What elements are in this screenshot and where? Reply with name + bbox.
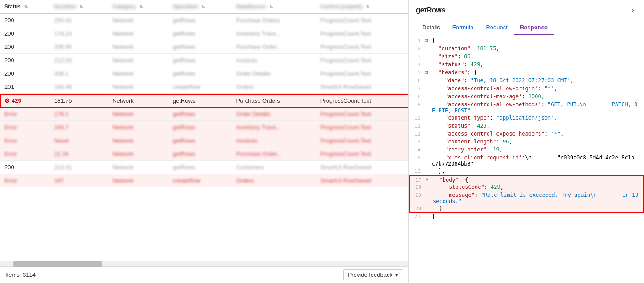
response-content[interactable]: 1⊟{2 "duration": 181.75,3 "size": 86,4 "…	[409, 35, 644, 283]
line-number: 13	[409, 139, 425, 145]
right-panel: getRows › Details Formula Request Respon…	[409, 0, 644, 283]
sort-icon-controlprop: ⇅	[366, 4, 369, 9]
network-table: Status ⇅ Duration ⇅ Category ⇅ Operation…	[0, 0, 408, 187]
line-content: "status": 429,	[432, 123, 644, 129]
line-content: "access-control-allow-origin": "*",	[432, 85, 644, 92]
duration-cell: 178.1	[50, 108, 108, 121]
col-controlprop[interactable]: Control property ⇅	[316, 0, 408, 14]
code-line: 10 "content-type": "application/json",	[409, 114, 644, 122]
control-property-cell: ProgressCount.Text	[316, 147, 408, 161]
code-line: 2 "duration": 181.75,	[409, 45, 644, 53]
control-property-cell: ProgressCount.Text	[316, 121, 408, 134]
code-line: 13 "content-length": 96,	[409, 138, 644, 146]
line-content: "access-control-expose-headers": "*",	[432, 131, 644, 137]
horizontal-scrollbar[interactable]	[0, 261, 408, 266]
status-cell: Error	[0, 108, 50, 121]
table-row[interactable]: 200250.41NetworkgetRowsPurchase OrdersPr…	[0, 14, 408, 27]
line-number: 8	[409, 93, 425, 100]
col-operation[interactable]: Operation ⇅	[168, 0, 232, 14]
line-number: 4	[409, 61, 425, 68]
category-cell: Network	[108, 121, 168, 134]
col-duration[interactable]: Duration ⇅	[50, 0, 108, 14]
category-cell: Network	[108, 147, 168, 161]
expand-icon[interactable]: ⊟	[425, 37, 432, 43]
col-status[interactable]: Status ⇅	[0, 0, 50, 14]
table-row[interactable]: 201160.48NetworkcreateRowOrdersSmartUI.R…	[0, 80, 408, 94]
expand-icon[interactable]: ⊟	[426, 177, 433, 183]
line-content: "size": 86,	[432, 53, 644, 60]
tab-request[interactable]: Request	[480, 20, 513, 35]
status-cell: Error	[0, 121, 50, 134]
code-line: 21}	[409, 213, 644, 221]
line-content: "body": {	[433, 177, 643, 183]
operation-cell: getRows	[168, 121, 232, 134]
code-line: 9 "access-control-allow-methods": "GET, …	[409, 101, 644, 114]
expand-icon[interactable]: ⊟	[425, 69, 432, 75]
table-wrapper[interactable]: Status ⇅ Duration ⇅ Category ⇅ Operation…	[0, 0, 408, 261]
code-line: 19 "message": "Rate limit is exceeded. T…	[409, 191, 644, 205]
line-number: 6	[409, 77, 425, 84]
control-property-cell: ProgressCount.Text	[316, 134, 408, 147]
line-content: "date": "Tue, 18 Oct 2022 07:27:03 GMT",	[432, 77, 644, 84]
line-number: 12	[409, 131, 425, 137]
category-cell: Network	[108, 108, 168, 121]
datasource-cell: Purchase Orders	[232, 14, 316, 27]
control-property-cell: ProgressCount.Text	[316, 54, 408, 67]
line-content: },	[432, 168, 644, 174]
right-panel-close-button[interactable]: ›	[629, 4, 637, 16]
datasource-cell: Purchase Order...	[232, 147, 316, 161]
items-count: Items: 3114	[5, 271, 36, 278]
operation-cell: getRows	[168, 134, 232, 147]
table-row[interactable]: Error194.7NetworkgetRowsInventory Trans.…	[0, 121, 408, 134]
category-cell: Network	[108, 54, 168, 67]
provide-feedback-button[interactable]: Provide feedback ▾	[343, 269, 403, 280]
tab-response[interactable]: Response	[514, 20, 554, 35]
footer-bar: Items: 3114 Provide feedback ▾	[0, 266, 408, 283]
datasource-cell: Order Details	[232, 108, 316, 121]
category-cell: Network	[108, 14, 168, 27]
col-category[interactable]: Category ⇅	[108, 0, 168, 14]
line-content: "status": 429,	[432, 61, 644, 68]
datasource-cell: Order Details	[232, 67, 316, 80]
datasource-cell: Purchase Orders	[232, 94, 316, 108]
duration-cell: 160.48	[50, 80, 108, 94]
table-row[interactable]: Error21.34NetworkgetRowsPurchase Order..…	[0, 147, 408, 161]
right-panel-title: getRows	[416, 6, 446, 14]
line-content: "content-length": 96,	[432, 139, 644, 145]
table-row[interactable]: 200205.95NetworkgetRowsPurchase Order...…	[0, 40, 408, 54]
tab-formula[interactable]: Formula	[446, 20, 480, 35]
sort-icon-duration: ⇅	[79, 4, 83, 9]
duration-cell: 205.95	[50, 40, 108, 54]
scrollbar-thumb[interactable]	[13, 261, 102, 267]
table-row[interactable]: 200208.1NetworkgetRowsOrder DetailsProgr…	[0, 67, 408, 80]
col-datasource[interactable]: DataSource ⇅	[232, 0, 316, 14]
table-row[interactable]: ErrorNexelNetworkgetRowsInvoicesProgress…	[0, 134, 408, 147]
table-row[interactable]: 200174.23NetworkgetRowsInventory Trans..…	[0, 27, 408, 40]
line-content: "message": "Rate limit is exceeded. Try …	[433, 192, 643, 204]
datasource-cell: Orders	[232, 174, 316, 187]
operation-cell: createRow	[168, 80, 232, 94]
category-cell: Network	[108, 27, 168, 40]
table-row[interactable]: 200212.03NetworkgetRowsInvoicesProgressC…	[0, 54, 408, 67]
main-container: Status ⇅ Duration ⇅ Category ⇅ Operation…	[0, 0, 644, 283]
status-cell: Error	[0, 134, 50, 147]
table-row[interactable]: Error178.1NetworkgetRowsOrder DetailsPro…	[0, 108, 408, 121]
category-cell: Network	[108, 67, 168, 80]
status-cell: 200	[0, 27, 50, 40]
line-number: 15	[409, 155, 425, 161]
status-cell: 200	[0, 54, 50, 67]
table-row[interactable]: 200213.41NetworkgetRowsCustomersSmartUI.…	[0, 161, 408, 174]
error-icon: ⊗	[4, 97, 10, 104]
line-number: 5	[409, 69, 425, 76]
table-row[interactable]: Error197NetworkcreateRowOrdersSmartUI.Ro…	[0, 174, 408, 187]
line-content: "x-ms-client-request-id":\n "c039a0c8-5d…	[432, 155, 644, 167]
control-property-cell: ProgressCount.Text	[316, 14, 408, 27]
status-cell: Error	[0, 174, 50, 187]
duration-cell: 213.41	[50, 161, 108, 174]
code-line: 8 "access-control-max-age": 1000,	[409, 93, 644, 101]
datasource-cell: Customers	[232, 161, 316, 174]
operation-cell: getRows	[168, 147, 232, 161]
category-cell: Network	[108, 80, 168, 94]
table-row[interactable]: ⊗ 429181.75NetworkgetRowsPurchase Orders…	[0, 94, 408, 108]
tab-details[interactable]: Details	[416, 20, 446, 35]
